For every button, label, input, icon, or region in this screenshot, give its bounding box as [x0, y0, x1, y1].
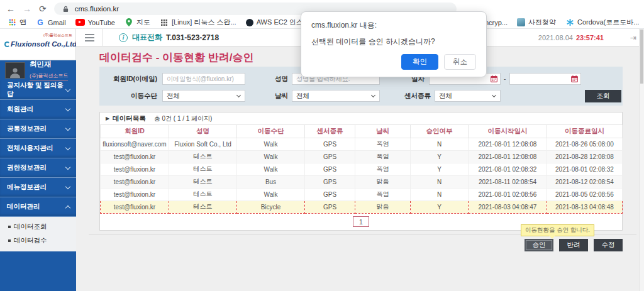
bookmark-youtube[interactable]: YouTube [75, 19, 115, 26]
sensor-select[interactable]: 전체 [435, 90, 501, 102]
user-profile: 최민재 (주)플럭션소프트 [0, 60, 76, 80]
profile-company: (주)플럭션소프트 [30, 72, 68, 80]
data-list-panel: ▶ 데이터목록 총 0건 ( 1 / 1 페이지) 회원ID 성명 이동수단 [99, 112, 623, 231]
chevron-down-icon [65, 164, 70, 169]
list-title: 데이터목록 [113, 114, 146, 123]
transport-label: 이동수단 [99, 90, 157, 102]
table-row[interactable]: test@fluxion.kr테스트BusGPS맑음N2021-08-11 02… [101, 175, 623, 188]
member-id-label: 회원ID(이메일) [99, 73, 157, 85]
chevron-down-icon [65, 145, 70, 150]
logo-swoosh-icon [4, 41, 10, 47]
bookmark-cordova[interactable]: Cordova(코르도바... [565, 18, 639, 27]
col-start-datetime: 이동시작일시 [469, 125, 547, 138]
map-pin-icon [125, 18, 133, 27]
action-buttons: 승인 반려 수정 [99, 239, 623, 251]
chevron-down-icon [65, 106, 70, 111]
profile-name: 최민재 [30, 60, 68, 69]
bullet-icon [8, 239, 11, 242]
table-row-selected[interactable]: test@fluxion.kr테스트BicycleGPS맑음Y2021-08-0… [101, 200, 623, 213]
sidebar-subitem-data-view[interactable]: 데이터조회 [0, 220, 76, 234]
table-row[interactable]: test@fluxion.kr테스트WalkGPS폭염N2021-08-01 0… [101, 188, 623, 200]
sidebar-item-members[interactable]: 회원관리 [0, 100, 76, 119]
sidebar-item-notice[interactable]: 공지사항 및 질의응답 [0, 80, 76, 100]
data-table: 회원ID 성명 이동수단 센서종류 날씨 승인여부 이동시작일시 이동종료일시 [100, 125, 623, 214]
sidebar-item-permissions[interactable]: 권한정보관리 [0, 158, 76, 178]
phone-number: T.031-523-2718 [166, 33, 219, 42]
cordova-icon [565, 18, 574, 27]
back-icon[interactable]: ← [6, 4, 15, 13]
dialog-title: cms.fluxion.kr 내용: [311, 20, 476, 31]
phone-label: 대표전화 [132, 32, 162, 43]
bookmark-gmail[interactable]: G Gmail [36, 18, 66, 27]
table-header-row: 회원ID 성명 이동수단 센서종류 날씨 승인여부 이동시작일시 이동종료일시 [101, 125, 623, 138]
info-icon: i [119, 33, 128, 42]
page-1-button[interactable]: 1 [353, 216, 369, 227]
sensor-label: 센서종류 [386, 90, 431, 102]
app-logo: (주)플럭션소프트 Fluxionsoft Co.,Ltd [0, 29, 76, 60]
calendar-icon [491, 75, 497, 82]
weather-label: 날씨 [250, 90, 288, 102]
sidebar-item-menu-info[interactable]: 메뉴정보관리 [0, 178, 76, 197]
bookmark-apps[interactable]: 앱 [8, 18, 26, 27]
col-weather: 날씨 [355, 125, 411, 138]
col-sensor: 센서종류 [305, 125, 355, 138]
sidebar-submenu: 데이터조회 데이터검수 [0, 217, 76, 251]
header-right: 2021.08.04 23:57:41 ⇥ [538, 33, 644, 42]
reject-button[interactable]: 반려 [559, 239, 588, 251]
chevron-down-icon [65, 184, 70, 189]
col-approved: 승인여부 [411, 125, 469, 138]
logo-company-small: (주)플럭션소프트 [4, 33, 72, 38]
chevron-up-icon [65, 205, 70, 210]
current-time: 23:57:41 [576, 34, 604, 41]
sidebar-subitem-data-review[interactable]: 데이터검수 [0, 234, 76, 248]
hamburger-menu-icon[interactable] [85, 32, 94, 43]
table-row[interactable]: test@fluxion.kr테스트WalkGPS폭염Y2021-08-01 0… [101, 163, 623, 175]
bullet-icon [8, 226, 11, 228]
chevron-down-icon [236, 93, 241, 97]
col-end-datetime: 이동종료일시 [547, 125, 623, 138]
table-row[interactable]: fluxionsoft@naver.comFluxion Soft Co., L… [101, 138, 623, 150]
sidebar-item-data-mgmt[interactable]: 데이터관리 [0, 197, 76, 217]
calendar-icon [571, 75, 578, 82]
presale-icon [517, 18, 525, 26]
col-transport: 이동수단 [237, 125, 305, 138]
scrollbar-thumb[interactable] [640, 30, 643, 84]
grid-favicon [160, 18, 169, 27]
dialog-confirm-button[interactable]: 확인 [401, 54, 438, 70]
bookmark-maps[interactable]: 지도 [125, 18, 150, 27]
date-range-separator: - [504, 73, 506, 85]
reload-icon[interactable]: ⟳ [39, 4, 47, 13]
collapse-panel-icon[interactable]: ⇥ [630, 33, 636, 42]
vertical-scrollbar[interactable] [639, 29, 644, 291]
bookmark-linux[interactable]: [Linux] 리눅스 스왑... [160, 18, 236, 27]
header-divider [102, 29, 103, 47]
col-member-id: 회원ID [101, 125, 169, 138]
forward-icon[interactable]: → [23, 4, 31, 13]
apps-grid-icon [8, 18, 16, 27]
date-to-input[interactable] [509, 73, 581, 85]
approve-button[interactable]: 승인 [525, 239, 553, 251]
edit-button[interactable]: 수정 [594, 239, 623, 251]
chevron-down-icon [492, 93, 496, 97]
logo-text: Fluxionsoft Co.,Ltd [4, 40, 72, 48]
sidebar-menu: 공지사항 및 질의응답 회원관리 공통정보관리 전체사용자관리 권한정보관리 메… [0, 80, 76, 251]
table-row[interactable]: test@fluxion.kr테스트WalkGPS폭염Y2021-08-01 1… [101, 150, 623, 163]
chevron-down-icon [65, 86, 70, 91]
weather-select[interactable]: 전체 [292, 90, 380, 102]
sidebar: (주)플럭션소프트 Fluxionsoft Co.,Ltd 최민재 (주)플럭션… [0, 29, 76, 291]
bookmark-presale[interactable]: 사전청약 [517, 18, 556, 27]
sidebar-item-common-info[interactable]: 공통정보관리 [0, 119, 76, 139]
transport-select[interactable]: 전체 [162, 90, 245, 102]
search-button[interactable]: 조회 [585, 90, 621, 102]
browser-window: ← → ⟳ cms.fluxion.kr 앱 G Gmail YouTube [0, 0, 644, 291]
confirm-dialog: cms.fluxion.kr 내용: 선택된 데이터를 승인 하시겠습니까? 확… [301, 11, 487, 77]
dialog-message: 선택된 데이터를 승인 하시겠습니까? [311, 36, 476, 47]
url-text: cms.fluxion.kr [75, 5, 119, 13]
chevron-down-icon [371, 93, 375, 97]
avatar [5, 62, 25, 79]
aws-icon [246, 19, 253, 26]
list-header: ▶ 데이터목록 총 0건 ( 1 / 1 페이지) [100, 113, 622, 125]
member-id-input[interactable] [162, 73, 245, 85]
sidebar-item-all-users[interactable]: 전체사용자관리 [0, 139, 76, 158]
dialog-cancel-button[interactable]: 취소 [444, 54, 476, 70]
